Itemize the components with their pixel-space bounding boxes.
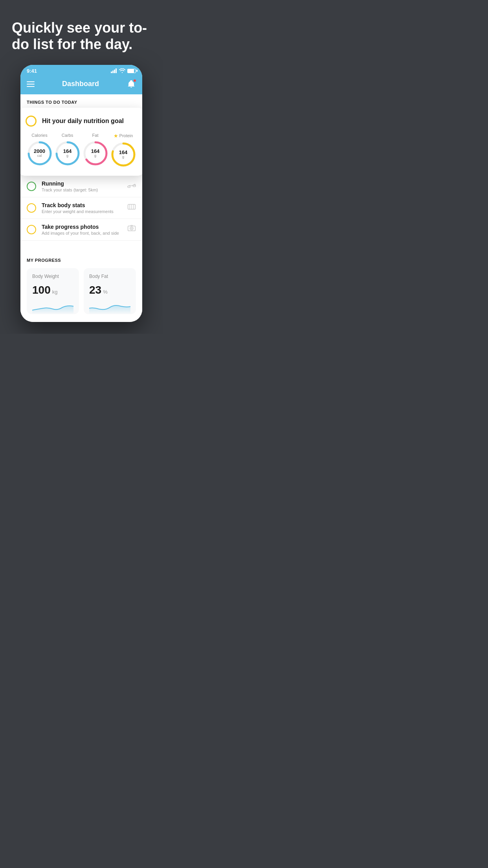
fat-label: Fat <box>92 133 99 138</box>
body-weight-value-row: 100 kg <box>32 284 73 296</box>
nutrition-check-circle[interactable] <box>26 116 37 127</box>
card-header: Hit your daily nutrition goal <box>26 116 137 127</box>
protein-value: 164 <box>119 150 128 155</box>
body-weight-unit: kg <box>52 289 58 295</box>
bottom-space <box>20 314 142 322</box>
running-subtitle: Track your stats (target: 5km) <box>42 188 122 192</box>
protein-circle: 164 g <box>110 141 137 168</box>
svg-point-12 <box>128 186 130 188</box>
progress-photos-content: Take progress photos Add images of your … <box>42 224 122 235</box>
body-fat-unit: % <box>103 289 108 295</box>
calories-circle: 2000 cal <box>26 140 53 167</box>
body-stats-check[interactable] <box>27 203 36 213</box>
running-icon <box>127 182 136 191</box>
svg-point-19 <box>130 227 133 230</box>
nutrition-protein: ★ Protein 164 g <box>110 133 137 168</box>
battery-icon <box>127 69 136 73</box>
body-weight-card: Body Weight 100 kg <box>27 268 79 314</box>
notification-badge <box>133 79 136 82</box>
carbs-value: 164 <box>63 149 72 154</box>
protein-label: ★ Protein <box>114 133 133 139</box>
body-weight-card-title: Body Weight <box>32 274 73 279</box>
todo-progress-photos[interactable]: Take progress photos Add images of your … <box>20 219 142 241</box>
nutrition-fat: Fat 164 g <box>82 133 109 167</box>
protein-star-icon: ★ <box>114 133 118 139</box>
signal-icon <box>111 68 117 73</box>
carbs-circle: 164 g <box>54 140 81 167</box>
body-stats-subtitle: Enter your weight and measurements <box>42 209 122 214</box>
carbs-unit: g <box>63 154 72 158</box>
hero-section: Quickly see your to-do list for the day. <box>0 0 163 65</box>
running-content: Running Track your stats (target: 5km) <box>42 180 122 192</box>
status-icons <box>111 68 136 73</box>
running-check[interactable] <box>27 182 36 191</box>
progress-cards: Body Weight 100 kg <box>27 268 136 314</box>
body-stats-title: Track body stats <box>42 202 122 208</box>
fat-value: 164 <box>91 149 100 154</box>
body-fat-value-row: 23 % <box>89 284 130 296</box>
calories-unit: cal <box>34 154 45 158</box>
progress-photos-icon <box>127 224 136 234</box>
progress-photos-title: Take progress photos <box>42 224 122 230</box>
progress-photos-check[interactable] <box>27 225 36 234</box>
phone-screen: 9:41 <box>20 65 142 322</box>
svg-rect-3 <box>116 68 117 73</box>
todo-body-stats[interactable]: Track body stats Enter your weight and m… <box>20 197 142 219</box>
body-weight-chart <box>32 300 73 314</box>
todo-running[interactable]: Running Track your stats (target: 5km) <box>20 176 142 197</box>
progress-section: MY PROGRESS Body Weight 100 kg <box>20 252 142 314</box>
body-fat-chart <box>89 300 130 314</box>
nutrition-card-title: Hit your daily nutrition goal <box>42 118 124 125</box>
carbs-label: Carbs <box>62 133 73 138</box>
nutrition-card: Hit your daily nutrition goal Calories 2… <box>20 108 142 176</box>
calories-value: 2000 <box>34 149 45 154</box>
status-bar: 9:41 <box>20 65 142 75</box>
svg-rect-2 <box>114 70 115 73</box>
header-title: Dashboard <box>62 80 99 88</box>
progress-title: MY PROGRESS <box>27 258 136 263</box>
fat-circle: 164 g <box>82 140 109 167</box>
spacer <box>20 241 142 252</box>
nutrition-row: Calories 2000 cal Carbs <box>26 133 137 168</box>
nutrition-calories: Calories 2000 cal <box>26 133 53 167</box>
svg-point-13 <box>133 185 136 187</box>
body-stats-content: Track body stats Enter your weight and m… <box>42 202 122 214</box>
status-time: 9:41 <box>27 68 37 74</box>
menu-button[interactable] <box>27 81 35 87</box>
phone-mockup: 9:41 <box>20 65 142 334</box>
nutrition-carbs: Carbs 164 g <box>54 133 81 167</box>
svg-point-20 <box>131 228 132 229</box>
body-weight-value: 100 <box>32 284 51 296</box>
notification-button[interactable] <box>127 79 136 89</box>
progress-photos-subtitle: Add images of your front, back, and side <box>42 231 122 235</box>
body-fat-card: Body Fat 23 % <box>84 268 136 314</box>
protein-unit: g <box>119 155 128 159</box>
app-header: Dashboard <box>20 75 142 94</box>
section-header: THINGS TO DO TODAY <box>20 94 142 108</box>
running-title: Running <box>42 180 122 187</box>
svg-rect-0 <box>111 72 112 73</box>
body-stats-icon <box>127 203 136 213</box>
hero-title: Quickly see your to-do list for the day. <box>12 20 151 53</box>
fat-unit: g <box>91 154 100 158</box>
body-fat-value: 23 <box>89 284 101 296</box>
body-fat-card-title: Body Fat <box>89 274 130 279</box>
svg-rect-1 <box>112 71 114 74</box>
wifi-icon <box>119 68 125 73</box>
calories-label: Calories <box>31 133 47 138</box>
